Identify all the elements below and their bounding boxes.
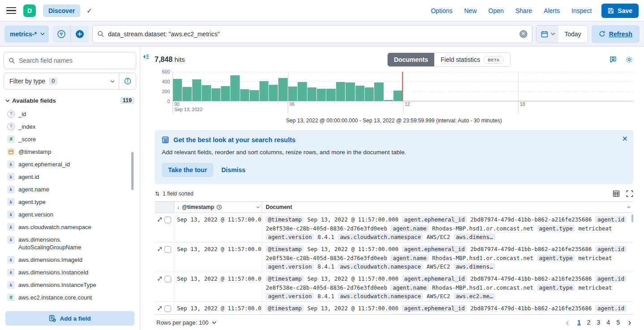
column-menu-chevron-icon[interactable] [627, 205, 631, 208]
filter-by-type-label: Filter by type [9, 78, 45, 85]
row-checkbox[interactable] [164, 217, 171, 223]
expand-document-button[interactable] [157, 305, 163, 311]
page-button-4[interactable]: 4 [603, 318, 613, 327]
page-button-1[interactable]: 1 [574, 318, 584, 327]
refresh-button[interactable]: Refresh [592, 25, 640, 43]
number-field-icon: # [7, 294, 15, 301]
tab-documents[interactable]: Documents [388, 52, 434, 67]
histogram-bar[interactable] [230, 75, 239, 101]
histogram-bar[interactable] [202, 85, 211, 101]
field-item[interactable]: #aws.ec2.instance.core.count [5, 291, 136, 304]
histogram-bar[interactable] [365, 87, 374, 101]
histogram-bar[interactable] [355, 86, 364, 101]
histogram-bar[interactable] [326, 89, 335, 101]
page-button-5[interactable]: 5 [613, 318, 623, 327]
clear-query-icon[interactable]: ✕ [519, 30, 527, 38]
table-scrollbar-thumb[interactable] [631, 214, 633, 222]
available-fields-header[interactable]: Available fields 119 [5, 97, 134, 104]
display-options-button[interactable] [613, 190, 620, 197]
document-column-header[interactable]: Document [262, 202, 633, 213]
breadcrumb-discover[interactable]: Discover [43, 4, 80, 17]
expand-document-button[interactable] [157, 246, 163, 252]
row-checkbox[interactable] [164, 276, 171, 282]
histogram-bar[interactable] [250, 90, 259, 101]
nav-link-alerts[interactable]: Alerts [544, 7, 560, 14]
field-item[interactable]: ?_id [5, 108, 136, 120]
space-avatar[interactable]: D [23, 4, 36, 17]
histogram-bar[interactable] [298, 82, 307, 101]
row-checkbox[interactable] [164, 305, 171, 312]
histogram-bar[interactable] [259, 81, 268, 101]
histogram-bar[interactable] [240, 89, 249, 102]
field-item[interactable]: kaws.dimensions.InstanceType [5, 278, 136, 291]
fullscreen-button[interactable] [626, 190, 633, 197]
close-icon[interactable]: ✕ [622, 135, 628, 143]
field-item[interactable]: kagent.ephemeral_id [5, 158, 136, 170]
filter-by-type-dropdown[interactable]: Filter by type 0 [4, 73, 119, 89]
histogram-bar[interactable] [336, 82, 345, 101]
nav-link-options[interactable]: Options [431, 7, 452, 14]
histogram-bar[interactable] [212, 88, 220, 101]
histogram-bar[interactable] [173, 79, 182, 101]
row-checkbox[interactable] [164, 246, 171, 253]
sidebar-scrollbar-thumb[interactable] [131, 152, 134, 190]
nav-link-open[interactable]: Open [488, 7, 504, 14]
histogram-bar[interactable] [221, 86, 230, 101]
field-search-input[interactable] [19, 57, 131, 64]
field-name: aws.dimensions.ImageId [18, 256, 82, 264]
field-item[interactable]: kaws.cloudwatch.namespace [5, 221, 136, 233]
column-menu-chevron-icon[interactable] [256, 205, 260, 208]
feedback-button[interactable] [609, 56, 617, 64]
histogram-bar[interactable] [346, 82, 354, 101]
nav-link-share[interactable]: Share [515, 7, 532, 14]
histogram-bar[interactable] [393, 91, 402, 101]
next-page-button[interactable] [625, 317, 633, 328]
field-item[interactable]: ?_index [5, 120, 136, 133]
histogram-bar[interactable] [317, 89, 326, 101]
field-item[interactable]: kagent.version [5, 208, 136, 221]
field-value: Rhodas-MBP.hsd1.or.comcast.net [432, 225, 533, 232]
histogram-bar[interactable] [288, 87, 297, 101]
page-button-2[interactable]: 2 [584, 318, 594, 327]
histogram-bar[interactable] [374, 82, 383, 101]
query-input[interactable] [108, 30, 516, 38]
chevron-down-icon [212, 320, 216, 324]
date-picker-menu-button[interactable] [536, 26, 558, 43]
histogram-bar[interactable] [307, 87, 316, 101]
add-filter-button[interactable] [71, 26, 89, 43]
rows-per-page-button[interactable]: Rows per page: 100 [155, 319, 217, 326]
page-button-3[interactable]: 3 [594, 318, 604, 327]
histogram-bar[interactable] [192, 79, 201, 102]
histogram-bar[interactable] [278, 78, 287, 101]
expand-document-button[interactable] [157, 276, 163, 282]
field-item[interactable]: kagent.id [5, 170, 136, 183]
saved-query-menu-button[interactable] [52, 26, 70, 43]
field-item[interactable]: kagent.type [5, 195, 136, 208]
sort-fields-button[interactable]: 1 field sorted [155, 191, 194, 197]
hamburger-menu-icon[interactable] [6, 7, 16, 14]
field-item[interactable]: kaws.dimensions.AutoScalingGroupName [5, 233, 136, 253]
field-item[interactable]: @timestamp [5, 145, 136, 158]
histogram-plot-area[interactable] [173, 72, 633, 101]
field-filter-info-button[interactable] [119, 73, 136, 89]
collapse-sidebar-button[interactable] [142, 51, 153, 62]
field-item[interactable]: kagent.name [5, 183, 136, 195]
nav-link-inspect[interactable]: Inspect [571, 7, 592, 14]
histogram-bar[interactable] [269, 85, 278, 101]
nav-link-new[interactable]: New [464, 7, 477, 14]
save-button[interactable]: Save [601, 4, 639, 18]
histogram-bar[interactable] [182, 87, 191, 101]
field-item[interactable]: #_score [5, 133, 136, 145]
expand-document-button[interactable] [157, 217, 163, 222]
previous-page-button[interactable] [564, 317, 572, 328]
add-field-button[interactable]: Add a field [5, 311, 134, 326]
field-item[interactable]: kaws.dimensions.ImageId [5, 253, 136, 266]
date-range-today-button[interactable]: Today [558, 26, 588, 43]
data-view-picker[interactable]: metrics-* [4, 26, 49, 43]
dismiss-button[interactable]: Dismiss [221, 166, 246, 174]
timestamp-column-header[interactable]: ↓ @timestamp [174, 202, 262, 213]
take-the-tour-button[interactable]: Take the tour [162, 163, 213, 177]
chart-options-button[interactable] [625, 56, 633, 64]
field-item[interactable]: kaws.dimensions.InstanceId [5, 266, 136, 278]
tab-field-statistics[interactable]: Field statistics BETA [434, 52, 510, 67]
